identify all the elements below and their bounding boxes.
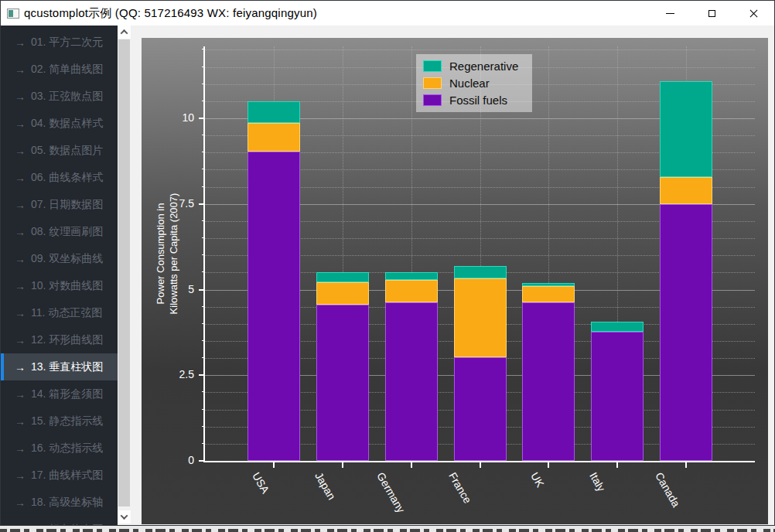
sidebar-item-08[interactable]: →08. 纹理画刷图 xyxy=(1,218,118,245)
x-tick-label-germany: Germany xyxy=(374,470,408,515)
main-panel: 02.557.510USAJapanGermanyFranceUKItalyCa… xyxy=(131,26,774,525)
sidebar-item-01[interactable]: →01. 平方二次元 xyxy=(1,29,118,56)
sidebar-item-label: 03. 正弦散点图 xyxy=(31,90,103,104)
x-tick-mark xyxy=(411,462,412,468)
sidebar-item-09[interactable]: →09. 双坐标曲线 xyxy=(1,245,118,272)
scroll-up-button[interactable] xyxy=(118,26,131,39)
sidebar-item-13[interactable]: →13. 垂直柱状图 xyxy=(1,353,118,380)
x-tick-label-japan: Japan xyxy=(312,470,338,502)
bar-segment-france-fossil-fuels xyxy=(454,357,507,461)
sidebar-item-02[interactable]: →02. 简单曲线图 xyxy=(1,56,118,83)
sidebar-item-label: 05. 数据点图片 xyxy=(31,144,103,158)
sidebar-item-label: 12. 环形曲线图 xyxy=(31,333,103,347)
arrow-right-icon: → xyxy=(15,469,26,482)
sidebar-item-label: 04. 数据点样式 xyxy=(31,117,103,131)
minimize-button[interactable] xyxy=(649,1,691,26)
sidebar-item-label: 18. 高级坐标轴 xyxy=(31,496,103,510)
bar-segment-germany-nuclear xyxy=(385,280,438,302)
sidebar-item-17[interactable]: →17. 曲线样式图 xyxy=(1,462,118,489)
sidebar-item-label: 17. 曲线样式图 xyxy=(31,469,103,483)
bar-segment-japan-nuclear xyxy=(316,282,369,305)
sidebar-item-06[interactable]: →06. 曲线条样式 xyxy=(1,164,118,191)
bar-segment-italy-fossil-fuels xyxy=(591,332,644,461)
chevron-down-icon xyxy=(121,512,128,520)
sidebar-item-label: 15. 静态指示线 xyxy=(31,414,103,428)
arrow-right-icon: → xyxy=(15,523,26,526)
sidebar-item-label: 02. 简单曲线图 xyxy=(31,63,103,77)
bar-segment-france-regenerative xyxy=(454,266,507,278)
sidebar-item-label: 01. 平方二次元 xyxy=(31,36,103,49)
sidebar-item-18[interactable]: →18. 高级坐标轴 xyxy=(1,489,118,516)
sidebar-item-05[interactable]: →05. 数据点图片 xyxy=(1,137,118,164)
maximize-button[interactable] xyxy=(691,1,732,26)
scrollbar-thumb[interactable] xyxy=(118,39,130,506)
sidebar-item-19[interactable]: →19. 颜色热力图 xyxy=(1,516,118,525)
sidebar-item-03[interactable]: →03. 正弦散点图 xyxy=(1,83,118,110)
arrow-right-icon: → xyxy=(15,280,26,292)
x-tick-mark xyxy=(685,462,687,468)
sidebar-item-label: 16. 动态指示线 xyxy=(31,442,103,455)
bar-segment-france-nuclear xyxy=(454,278,507,358)
sidebar-item-12[interactable]: →12. 环形曲线图 xyxy=(1,326,118,353)
sidebar-item-label: 10. 对数曲线图 xyxy=(31,279,103,293)
bar-segment-usa-regenerative xyxy=(248,101,300,123)
bar-segment-canada-fossil-fuels xyxy=(660,204,712,461)
sidebar-item-14[interactable]: →14. 箱形盒须图 xyxy=(1,380,118,408)
legend-swatch-fossil-fuels xyxy=(423,94,442,106)
legend-label: Fossil fuels xyxy=(449,94,507,107)
arrow-right-icon: → xyxy=(15,388,26,401)
arrow-right-icon: → xyxy=(15,90,26,103)
arrow-right-icon: → xyxy=(15,36,26,49)
sidebar-item-label: 08. 纹理画刷图 xyxy=(31,225,103,239)
sidebar-item-10[interactable]: →10. 对数曲线图 xyxy=(1,272,118,299)
close-icon xyxy=(749,9,758,18)
sidebar-item-label: 19. 颜色热力图 xyxy=(31,523,103,526)
x-tick-label-uk: UK xyxy=(528,470,547,489)
sidebar-item-label: 13. 垂直柱状图 xyxy=(31,360,103,374)
legend-label: Regenerative xyxy=(449,60,518,73)
maximize-icon xyxy=(708,10,715,17)
legend-item-fossil-fuels: Fossil fuels xyxy=(423,94,518,107)
legend-item-nuclear: Nuclear xyxy=(423,77,518,90)
chart-canvas[interactable]: 02.557.510USAJapanGermanyFranceUKItalyCa… xyxy=(142,38,768,524)
bar-segment-usa-fossil-fuels xyxy=(248,152,300,461)
sidebar-item-07[interactable]: →07. 日期数据图 xyxy=(1,191,118,218)
arrow-right-icon: → xyxy=(15,226,26,238)
arrow-right-icon: → xyxy=(15,145,26,157)
sidebar-item-15[interactable]: →15. 静态指示线 xyxy=(1,408,118,435)
chart-legend: RegenerativeNuclearFossil fuels xyxy=(416,54,532,112)
arrow-right-icon: → xyxy=(15,442,26,455)
sidebar-scrollbar[interactable] xyxy=(118,26,131,525)
bar-segment-germany-fossil-fuels xyxy=(385,302,438,461)
sidebar-item-16[interactable]: →16. 动态指示线 xyxy=(1,435,118,462)
bar-segment-germany-regenerative xyxy=(385,272,438,280)
title-bar: qcustomplot示例 (QQ: 517216493 WX: feiyang… xyxy=(1,1,774,26)
bar-segment-canada-nuclear xyxy=(660,177,712,204)
sidebar-item-label: 07. 日期数据图 xyxy=(31,198,103,212)
bar-segment-usa-nuclear xyxy=(248,123,300,152)
legend-swatch-nuclear xyxy=(423,77,442,89)
arrow-right-icon: → xyxy=(15,63,26,76)
bar-segment-italy-regenerative xyxy=(591,322,644,332)
arrow-right-icon: → xyxy=(15,118,26,130)
legend-swatch-regenerative xyxy=(423,60,442,72)
bar-segment-japan-fossil-fuels xyxy=(316,305,369,461)
close-button[interactable] xyxy=(732,1,774,26)
y-axis-line xyxy=(203,46,205,462)
arrow-right-icon: → xyxy=(15,172,26,184)
sidebar-item-label: 11. 动态正弦图 xyxy=(31,306,102,320)
scroll-down-button[interactable] xyxy=(118,510,131,523)
x-tick-mark xyxy=(273,462,275,468)
sidebar-item-04[interactable]: →04. 数据点样式 xyxy=(1,110,118,137)
y-axis-title: Power Consumption inKilowatts per Capita… xyxy=(154,46,180,461)
arrow-right-icon: → xyxy=(15,334,26,346)
app-window: qcustomplot示例 (QQ: 517216493 WX: feiyang… xyxy=(0,0,775,526)
minimize-icon xyxy=(666,13,674,14)
sidebar-item-label: 14. 箱形盒须图 xyxy=(31,387,103,401)
x-tick-mark xyxy=(616,462,618,468)
x-tick-label-usa: USA xyxy=(250,470,271,496)
sidebar-item-11[interactable]: →11. 动态正弦图 xyxy=(1,299,118,326)
x-tick-label-canada: Canada xyxy=(653,470,682,509)
arrow-right-icon: → xyxy=(15,496,26,509)
arrow-right-icon: → xyxy=(15,253,26,265)
